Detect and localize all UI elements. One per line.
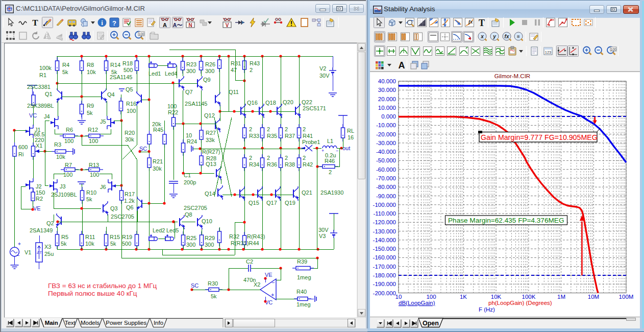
- svg-text:J3: J3: [60, 183, 66, 189]
- svg-text:Q5: Q5: [126, 86, 133, 92]
- svg-text:100k: 100k: [39, 65, 52, 71]
- svg-text:A〜: A〜: [173, 22, 183, 28]
- svg-text:10.000: 10.000: [378, 105, 396, 111]
- svg-text:R10: R10: [86, 189, 96, 196]
- svg-text:-200.000: -200.000: [373, 290, 396, 296]
- svg-text:J5: J5: [100, 118, 106, 125]
- svg-text:5k: 5k: [61, 241, 67, 247]
- svg-text:T: T: [32, 18, 38, 28]
- svg-text:2: 2: [285, 155, 288, 161]
- svg-text:R(R43): R(R43): [247, 233, 265, 240]
- svg-text:500: 500: [123, 67, 133, 73]
- svg-text:100: 100: [90, 172, 99, 178]
- svg-text:2SC3381: 2SC3381: [27, 84, 51, 90]
- svg-text:-110.000: -110.000: [373, 210, 396, 217]
- svg-text:300: 300: [205, 242, 214, 248]
- svg-text:R46: R46: [325, 158, 335, 164]
- svg-text:R(R27): R(R27): [202, 149, 220, 155]
- svg-text:300: 300: [205, 68, 214, 74]
- svg-text:Q13: Q13: [206, 161, 216, 167]
- svg-text:R22: R22: [168, 109, 178, 115]
- svg-text:-120.000: -120.000: [373, 219, 396, 225]
- svg-text:Models: Models: [81, 320, 100, 326]
- svg-text:R16: R16: [126, 101, 136, 107]
- svg-text:SC: SC: [191, 282, 199, 289]
- svg-text:VE: VE: [33, 205, 41, 211]
- svg-text:R9: R9: [87, 103, 94, 109]
- svg-text:R15: R15: [110, 234, 120, 240]
- svg-text:2: 2: [303, 126, 306, 132]
- svg-text:-10.000: -10.000: [376, 122, 396, 128]
- svg-text:30k: 30k: [153, 165, 162, 172]
- svg-text:VC: VC: [29, 112, 37, 118]
- svg-text:100: 100: [63, 172, 72, 178]
- svg-text:Q9: Q9: [203, 77, 211, 83]
- svg-text:100: 100: [426, 294, 436, 300]
- svg-text:Q15: Q15: [249, 200, 259, 206]
- svg-text:Ri: Ri: [18, 151, 23, 157]
- svg-text:Q12: Q12: [204, 112, 215, 118]
- svg-text:Led1: Led1: [148, 70, 161, 77]
- svg-text:30V: 30V: [318, 227, 329, 233]
- svg-text:Q7: Q7: [185, 89, 193, 95]
- svg-text:R32: R32: [229, 233, 239, 240]
- svg-text:10M: 10M: [588, 294, 599, 300]
- svg-text:R27: R27: [206, 130, 216, 136]
- svg-text:123: 123: [545, 50, 552, 55]
- svg-text:-150.000: -150.000: [373, 246, 396, 252]
- svg-text:R18: R18: [122, 60, 133, 66]
- svg-text:A: A: [399, 60, 405, 70]
- svg-text:Q14: Q14: [205, 191, 215, 197]
- svg-text:-130.000: -130.000: [373, 228, 396, 234]
- svg-text:R5: R5: [61, 234, 68, 240]
- svg-text:2: 2: [267, 155, 270, 161]
- svg-text:33k: 33k: [206, 137, 215, 143]
- svg-text:-180.000: -180.000: [373, 272, 396, 278]
- svg-text:-80.000: -80.000: [376, 184, 396, 190]
- svg-text:C2: C2: [246, 258, 253, 265]
- svg-text:Q10: Q10: [202, 218, 212, 224]
- svg-text:R31: R31: [231, 60, 241, 66]
- svg-text:100: 100: [167, 103, 177, 109]
- svg-text:-170.000: -170.000: [373, 264, 396, 270]
- svg-text:V: V: [226, 22, 229, 28]
- svg-text:2: 2: [329, 169, 332, 175]
- svg-text:fx: fx: [505, 34, 509, 39]
- svg-text:V2: V2: [319, 65, 326, 72]
- svg-text:Q22: Q22: [302, 99, 312, 105]
- svg-text:R45: R45: [153, 127, 163, 133]
- svg-text:i: i: [101, 19, 103, 27]
- svg-text:V3: V3: [319, 233, 326, 239]
- svg-text:5k: 5k: [87, 110, 93, 116]
- svg-text:R19: R19: [122, 234, 132, 240]
- svg-text:T: T: [479, 18, 485, 28]
- svg-text:R37: R37: [285, 133, 295, 139]
- svg-text:20.000: 20.000: [378, 96, 396, 102]
- svg-text:SC: SC: [139, 146, 147, 152]
- svg-text:1meg: 1meg: [296, 301, 311, 307]
- svg-text:2: 2: [303, 155, 306, 161]
- svg-text:+: +: [18, 241, 21, 247]
- svg-text:-60.000: -60.000: [376, 167, 396, 173]
- svg-text:R13: R13: [89, 162, 99, 168]
- svg-text:X2: X2: [254, 281, 260, 288]
- svg-text:Q8: Q8: [185, 211, 192, 218]
- svg-text:R21: R21: [153, 158, 163, 164]
- svg-text:Power Supplies: Power Supplies: [106, 320, 146, 326]
- svg-text:Probe1: Probe1: [302, 139, 320, 145]
- svg-text:Gilmor-M.CIR: Gilmor-M.CIR: [494, 73, 530, 79]
- svg-text:16: 16: [348, 134, 354, 140]
- svg-text:Led2: Led2: [153, 227, 165, 233]
- svg-text:10k: 10k: [85, 241, 94, 247]
- svg-text:Q19: Q19: [285, 200, 295, 206]
- svg-text:600: 600: [18, 144, 28, 150]
- svg-text:R3: R3: [54, 141, 61, 148]
- svg-text:x: x: [480, 34, 484, 39]
- svg-text:2SC2705: 2SC2705: [111, 214, 134, 220]
- svg-text:≡: ≡: [517, 34, 520, 39]
- svg-text:0.000: 0.000: [381, 113, 396, 120]
- svg-text:100M: 100M: [619, 294, 634, 300]
- svg-text:40.000: 40.000: [378, 78, 396, 84]
- svg-text:A: A: [163, 22, 167, 28]
- svg-text:X3: X3: [44, 244, 51, 250]
